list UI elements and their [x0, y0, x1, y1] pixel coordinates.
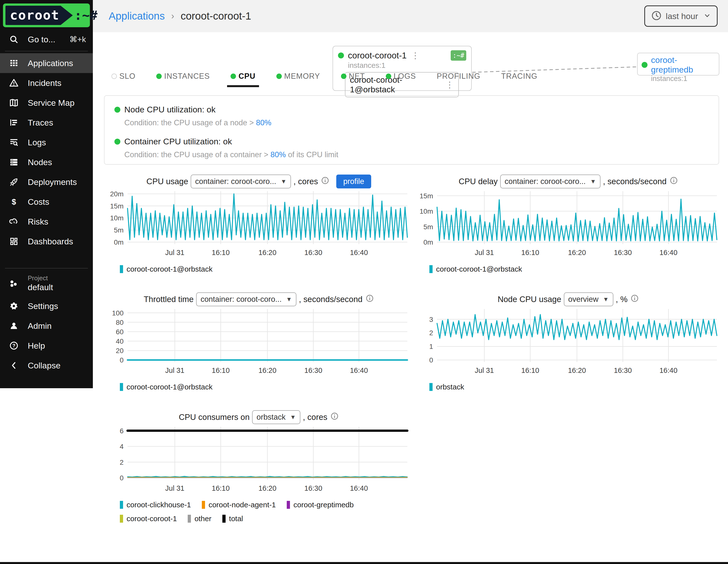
sidebar-item-settings[interactable]: Settings — [0, 296, 93, 316]
goto-shortcut: ⌘+k — [69, 35, 86, 44]
sidebar-item-applications[interactable]: Applications — [0, 53, 93, 73]
legend-swatch — [429, 383, 433, 391]
chart-title: Node CPU usage — [498, 295, 561, 304]
svg-text:0: 0 — [429, 356, 433, 364]
time-range-selector[interactable]: last hour — [644, 5, 718, 27]
legend-item[interactable]: coroot-coroot-1 — [120, 514, 177, 523]
legend-item[interactable]: coroot-coroot-1@orbstack — [429, 265, 522, 273]
svg-text:40: 40 — [116, 337, 124, 345]
legend-item[interactable]: coroot-greptimedb — [287, 501, 354, 509]
legend-item[interactable]: coroot-clickhouse-1 — [120, 501, 191, 509]
tab-instances[interactable]: INSTANCES — [156, 72, 210, 87]
tab-status-dot — [231, 74, 236, 79]
legend-item[interactable]: coroot-coroot-1@orbstack — [120, 383, 212, 391]
legend-item[interactable]: coroot-coroot-1@orbstack — [120, 265, 212, 273]
legend-label: coroot-clickhouse-1 — [127, 501, 191, 509]
chart-plot: 0246Jul 3116:1016:2016:3016:40coroot-cli… — [104, 425, 414, 523]
sidebar-item-traces[interactable]: Traces — [0, 113, 93, 132]
info-icon[interactable] — [321, 176, 329, 187]
tab-profiling[interactable]: PROFILING — [437, 72, 480, 87]
svg-text:4: 4 — [120, 443, 124, 450]
chart-scope-dropdown[interactable]: overview▼ — [564, 292, 613, 306]
svg-text:Jul 31: Jul 31 — [165, 249, 184, 256]
info-icon[interactable] — [365, 294, 374, 305]
goto-label: Go to... — [28, 35, 55, 44]
tab-slo[interactable]: SLO — [111, 72, 135, 87]
legend-swatch — [188, 515, 191, 523]
goto-search[interactable]: Go to... ⌘+k — [0, 30, 93, 49]
storm-cloud-icon — [9, 217, 19, 227]
profile-button[interactable]: profile — [336, 175, 371, 188]
chart-scope-dropdown[interactable]: orbstack▼ — [252, 410, 300, 424]
help-circle-icon: ? — [9, 341, 19, 351]
chart-title: Throttled time — [144, 295, 194, 304]
tab-memory[interactable]: MEMORY — [276, 72, 320, 87]
sidebar-item-costs[interactable]: $ Costs — [0, 192, 93, 212]
svg-text:15m: 15m — [110, 202, 124, 210]
chart-scope-dropdown[interactable]: container: coroot-coro...▼ — [500, 175, 600, 188]
hexagons-icon — [9, 278, 19, 288]
info-icon[interactable] — [630, 294, 639, 305]
sidebar-item-risks[interactable]: Risks — [0, 212, 93, 231]
svg-text:16:40: 16:40 — [659, 366, 677, 374]
status-dot — [114, 139, 120, 145]
svg-text:16:10: 16:10 — [521, 366, 539, 374]
svg-text:0: 0 — [120, 474, 124, 482]
breadcrumb-applications-link[interactable]: Applications — [109, 10, 165, 22]
check-condition: Condition: the CPU usage of a node > 80% — [124, 118, 709, 127]
info-icon[interactable] — [330, 412, 339, 422]
sidebar-item-nodes[interactable]: Nodes — [0, 152, 93, 172]
chart-scope-dropdown[interactable]: container: coroot-coro...▼ — [196, 292, 296, 306]
kebab-menu-icon[interactable]: ⋮ — [411, 51, 419, 60]
sidebar-item-dashboards[interactable]: Dashboards — [0, 231, 93, 251]
sidebar-item-project[interactable]: Project default — [0, 270, 93, 296]
svg-text:16:20: 16:20 — [259, 484, 277, 492]
chart-plot: 0123Jul 3116:1016:2016:3016:40orbstack — [414, 308, 723, 391]
legend-item[interactable]: orbstack — [429, 383, 464, 391]
legend-item[interactable]: coroot-node-agent-1 — [202, 501, 276, 509]
status-dot — [114, 107, 120, 113]
sidebar-item-service-map[interactable]: Service Map — [0, 93, 93, 113]
caret-down-icon: ▼ — [286, 296, 292, 303]
sidebar-item-label: Deployments — [28, 177, 77, 187]
chart-plot: 0m5m10m15mJul 3116:1016:2016:3016:40coro… — [414, 190, 723, 273]
charts-grid: CPU usage container: coroot-coro...▼ , c… — [104, 173, 723, 523]
sidebar-item-help[interactable]: ? Help — [0, 336, 93, 356]
chart-legend: orbstack — [429, 383, 723, 391]
sidebar-item-label: Dashboards — [28, 237, 73, 246]
chart-title-row: CPU consumers on orbstack▼ , cores — [104, 409, 414, 425]
legend-label: orbstack — [436, 383, 464, 391]
sidebar-divider — [5, 51, 88, 51]
tab-cpu[interactable]: CPU — [231, 72, 255, 87]
project-label: Project — [28, 274, 53, 282]
svg-text:16:10: 16:10 — [521, 249, 539, 256]
main-content: Applications › coroot-coroot-1 last hour… — [93, 0, 728, 564]
condition-threshold[interactable]: 80% — [270, 150, 286, 159]
svg-text:2: 2 — [120, 459, 124, 466]
svg-text:10m: 10m — [420, 207, 433, 215]
legend-item[interactable]: total — [222, 514, 243, 523]
chart-unit: , cores — [293, 177, 318, 186]
legend-item[interactable]: other — [188, 514, 211, 523]
warning-triangle-icon — [9, 78, 19, 88]
tab-net[interactable]: NET — [341, 72, 365, 87]
chart-scope-dropdown[interactable]: container: coroot-coro...▼ — [191, 175, 291, 188]
condition-threshold[interactable]: 80% — [256, 118, 271, 127]
sidebar-item-deployments[interactable]: Deployments — [0, 172, 93, 192]
svg-text:16:40: 16:40 — [350, 484, 368, 492]
coroot-logo[interactable]: coroot :~# — [3, 3, 90, 27]
sidebar-item-admin[interactable]: Admin — [0, 316, 93, 336]
sidebar-item-collapse[interactable]: Collapse — [0, 356, 93, 375]
tab-tracing[interactable]: TRACING — [501, 72, 538, 87]
coroot-logo-prompt: :~# — [74, 8, 98, 23]
tab-logs[interactable]: LOGS — [386, 72, 416, 87]
chart-title-row: CPU usage container: coroot-coro...▼ , c… — [104, 173, 414, 190]
map-icon — [9, 98, 19, 108]
sidebar-item-logs[interactable]: Logs — [0, 132, 93, 152]
sidebar-item-incidents[interactable]: Incidents — [0, 73, 93, 93]
info-icon[interactable] — [670, 176, 678, 187]
svg-text:100: 100 — [112, 309, 124, 317]
chart-unit: , seconds/second — [299, 295, 363, 304]
top-bar: Applications › coroot-coroot-1 last hour — [93, 0, 728, 32]
person-icon — [9, 321, 19, 331]
